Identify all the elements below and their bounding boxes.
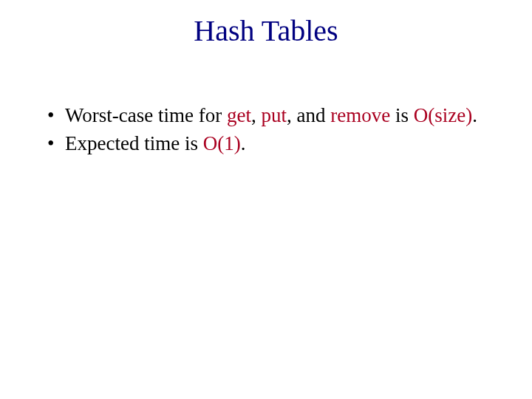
text: , [251, 104, 262, 126]
text: Expected time is [65, 132, 203, 154]
text: Worst-case time for [65, 104, 227, 126]
keyword-get: get [227, 104, 251, 126]
slide: Hash Tables Worst-case time for get, put… [0, 0, 532, 399]
bullet-item: Worst-case time for get, put, and remove… [44, 103, 488, 129]
keyword-put: put [262, 104, 287, 126]
bullet-list: Worst-case time for get, put, and remove… [44, 103, 488, 157]
text: is [390, 104, 414, 126]
text: , and [287, 104, 330, 126]
text: . [241, 132, 246, 154]
slide-title: Hash Tables [0, 13, 532, 48]
bullet-item: Expected time is O(1). [44, 132, 488, 157]
complexity-osize: O(size) [414, 104, 472, 126]
keyword-remove: remove [330, 104, 390, 126]
text: . [472, 104, 477, 126]
slide-content: Worst-case time for get, put, and remove… [44, 103, 488, 160]
complexity-o1: O(1) [203, 132, 241, 154]
